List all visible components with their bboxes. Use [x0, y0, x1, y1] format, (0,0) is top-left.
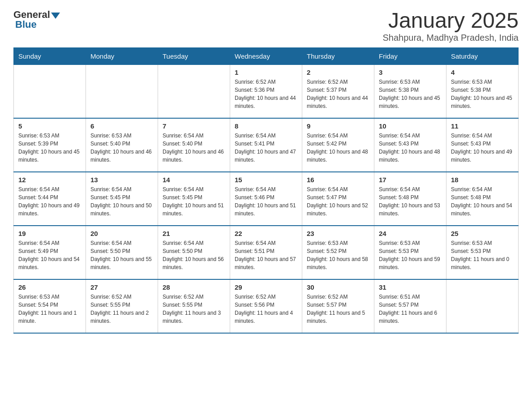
- day-number: 11: [451, 122, 514, 130]
- calendar-cell: 29Sunrise: 6:52 AMSunset: 5:56 PMDayligh…: [230, 279, 302, 333]
- calendar-cell: 31Sunrise: 6:51 AMSunset: 5:57 PMDayligh…: [374, 279, 446, 333]
- day-number: 9: [307, 122, 369, 130]
- calendar-header: SundayMondayTuesdayWednesdayThursdayFrid…: [14, 47, 519, 64]
- day-number: 22: [235, 230, 297, 237]
- day-number: 26: [18, 283, 81, 291]
- day-info: Sunrise: 6:53 AMSunset: 5:39 PMDaylight:…: [18, 132, 81, 164]
- day-info: Sunrise: 6:54 AMSunset: 5:42 PMDaylight:…: [307, 132, 369, 164]
- header-row: SundayMondayTuesdayWednesdayThursdayFrid…: [14, 47, 519, 64]
- calendar-cell: 17Sunrise: 6:54 AMSunset: 5:48 PMDayligh…: [374, 172, 446, 226]
- day-info: Sunrise: 6:52 AMSunset: 5:36 PMDaylight:…: [235, 78, 297, 110]
- day-number: 20: [90, 230, 153, 237]
- day-number: 6: [90, 122, 153, 130]
- day-info: Sunrise: 6:54 AMSunset: 5:41 PMDaylight:…: [235, 132, 297, 164]
- day-number: 28: [163, 283, 225, 291]
- header-day-thursday: Thursday: [302, 47, 374, 64]
- calendar-cell: 4Sunrise: 6:53 AMSunset: 5:38 PMDaylight…: [446, 64, 519, 118]
- calendar-cell: 5Sunrise: 6:53 AMSunset: 5:39 PMDaylight…: [14, 118, 86, 172]
- week-row-1: 1Sunrise: 6:52 AMSunset: 5:36 PMDaylight…: [14, 64, 519, 118]
- calendar-cell: 13Sunrise: 6:54 AMSunset: 5:45 PMDayligh…: [86, 172, 158, 226]
- day-info: Sunrise: 6:52 AMSunset: 5:56 PMDaylight:…: [235, 293, 297, 325]
- day-info: Sunrise: 6:53 AMSunset: 5:38 PMDaylight:…: [379, 78, 442, 110]
- week-row-4: 19Sunrise: 6:54 AMSunset: 5:49 PMDayligh…: [14, 226, 519, 279]
- day-info: Sunrise: 6:54 AMSunset: 5:48 PMDaylight:…: [379, 185, 442, 218]
- calendar-cell: 27Sunrise: 6:52 AMSunset: 5:55 PMDayligh…: [86, 279, 158, 333]
- day-number: 8: [235, 122, 297, 130]
- day-number: 30: [307, 283, 369, 291]
- day-number: 18: [451, 176, 514, 184]
- calendar-cell: 28Sunrise: 6:52 AMSunset: 5:55 PMDayligh…: [158, 279, 230, 333]
- calendar-cell: 24Sunrise: 6:53 AMSunset: 5:53 PMDayligh…: [374, 226, 446, 279]
- day-info: Sunrise: 6:52 AMSunset: 5:57 PMDaylight:…: [307, 293, 369, 325]
- day-number: 14: [163, 176, 225, 184]
- logo-blue-text: Blue: [13, 19, 37, 30]
- day-info: Sunrise: 6:53 AMSunset: 5:40 PMDaylight:…: [90, 132, 153, 164]
- calendar-cell: [14, 64, 86, 118]
- calendar-cell: 22Sunrise: 6:54 AMSunset: 5:51 PMDayligh…: [230, 226, 302, 279]
- day-number: 23: [307, 230, 369, 237]
- calendar-cell: 11Sunrise: 6:54 AMSunset: 5:43 PMDayligh…: [446, 118, 519, 172]
- day-info: Sunrise: 6:54 AMSunset: 5:44 PMDaylight:…: [18, 185, 81, 218]
- day-info: Sunrise: 6:53 AMSunset: 5:52 PMDaylight:…: [307, 239, 369, 271]
- logo: General Blue: [13, 9, 60, 30]
- day-number: 12: [18, 176, 81, 184]
- day-info: Sunrise: 6:52 AMSunset: 5:37 PMDaylight:…: [307, 78, 369, 110]
- calendar-subtitle: Shahpura, Madhya Pradesh, India: [382, 33, 519, 43]
- day-info: Sunrise: 6:54 AMSunset: 5:43 PMDaylight:…: [379, 132, 442, 164]
- calendar-cell: [158, 64, 230, 118]
- day-info: Sunrise: 6:54 AMSunset: 5:49 PMDaylight:…: [18, 239, 81, 271]
- calendar-table: SundayMondayTuesdayWednesdayThursdayFrid…: [13, 47, 519, 334]
- header-day-tuesday: Tuesday: [158, 47, 230, 64]
- calendar-cell: 19Sunrise: 6:54 AMSunset: 5:49 PMDayligh…: [14, 226, 86, 279]
- day-number: 29: [235, 283, 297, 291]
- day-number: 3: [379, 68, 442, 76]
- day-info: Sunrise: 6:54 AMSunset: 5:47 PMDaylight:…: [307, 185, 369, 218]
- header-day-wednesday: Wednesday: [230, 47, 302, 64]
- day-info: Sunrise: 6:54 AMSunset: 5:51 PMDaylight:…: [235, 239, 297, 271]
- day-info: Sunrise: 6:54 AMSunset: 5:48 PMDaylight:…: [451, 185, 514, 218]
- day-info: Sunrise: 6:53 AMSunset: 5:53 PMDaylight:…: [451, 239, 514, 271]
- calendar-cell: 10Sunrise: 6:54 AMSunset: 5:43 PMDayligh…: [374, 118, 446, 172]
- day-number: 5: [18, 122, 81, 130]
- calendar-body: 1Sunrise: 6:52 AMSunset: 5:36 PMDaylight…: [14, 64, 519, 333]
- header-day-monday: Monday: [86, 47, 158, 64]
- day-number: 15: [235, 176, 297, 184]
- calendar-cell: 8Sunrise: 6:54 AMSunset: 5:41 PMDaylight…: [230, 118, 302, 172]
- day-number: 16: [307, 176, 369, 184]
- page-header: General Blue January 2025 Shahpura, Madh…: [13, 9, 519, 43]
- day-info: Sunrise: 6:54 AMSunset: 5:50 PMDaylight:…: [90, 239, 153, 271]
- day-info: Sunrise: 6:52 AMSunset: 5:55 PMDaylight:…: [90, 293, 153, 325]
- calendar-cell: 25Sunrise: 6:53 AMSunset: 5:53 PMDayligh…: [446, 226, 519, 279]
- calendar-cell: 23Sunrise: 6:53 AMSunset: 5:52 PMDayligh…: [302, 226, 374, 279]
- calendar-cell: 6Sunrise: 6:53 AMSunset: 5:40 PMDaylight…: [86, 118, 158, 172]
- day-number: 7: [163, 122, 225, 130]
- calendar-cell: 21Sunrise: 6:54 AMSunset: 5:50 PMDayligh…: [158, 226, 230, 279]
- day-number: 21: [163, 230, 225, 237]
- calendar-cell: 1Sunrise: 6:52 AMSunset: 5:36 PMDaylight…: [230, 64, 302, 118]
- title-section: January 2025 Shahpura, Madhya Pradesh, I…: [382, 9, 519, 43]
- day-info: Sunrise: 6:53 AMSunset: 5:38 PMDaylight:…: [451, 78, 514, 110]
- calendar-cell: 26Sunrise: 6:53 AMSunset: 5:54 PMDayligh…: [14, 279, 86, 333]
- header-day-saturday: Saturday: [446, 47, 519, 64]
- day-info: Sunrise: 6:52 AMSunset: 5:55 PMDaylight:…: [163, 293, 225, 325]
- calendar-cell: 7Sunrise: 6:54 AMSunset: 5:40 PMDaylight…: [158, 118, 230, 172]
- day-number: 31: [379, 283, 442, 291]
- day-number: 10: [379, 122, 442, 130]
- calendar-cell: 3Sunrise: 6:53 AMSunset: 5:38 PMDaylight…: [374, 64, 446, 118]
- day-info: Sunrise: 6:54 AMSunset: 5:45 PMDaylight:…: [163, 185, 225, 218]
- day-number: 25: [451, 230, 514, 237]
- calendar-cell: [86, 64, 158, 118]
- calendar-cell: 16Sunrise: 6:54 AMSunset: 5:47 PMDayligh…: [302, 172, 374, 226]
- calendar-cell: 18Sunrise: 6:54 AMSunset: 5:48 PMDayligh…: [446, 172, 519, 226]
- calendar-cell: 12Sunrise: 6:54 AMSunset: 5:44 PMDayligh…: [14, 172, 86, 226]
- day-info: Sunrise: 6:53 AMSunset: 5:54 PMDaylight:…: [18, 293, 81, 325]
- day-info: Sunrise: 6:54 AMSunset: 5:50 PMDaylight:…: [163, 239, 225, 271]
- header-day-sunday: Sunday: [14, 47, 86, 64]
- calendar-cell: 2Sunrise: 6:52 AMSunset: 5:37 PMDaylight…: [302, 64, 374, 118]
- header-day-friday: Friday: [374, 47, 446, 64]
- day-info: Sunrise: 6:54 AMSunset: 5:43 PMDaylight:…: [451, 132, 514, 164]
- week-row-3: 12Sunrise: 6:54 AMSunset: 5:44 PMDayligh…: [14, 172, 519, 226]
- day-info: Sunrise: 6:54 AMSunset: 5:45 PMDaylight:…: [90, 185, 153, 218]
- week-row-5: 26Sunrise: 6:53 AMSunset: 5:54 PMDayligh…: [14, 279, 519, 333]
- day-number: 4: [451, 68, 514, 76]
